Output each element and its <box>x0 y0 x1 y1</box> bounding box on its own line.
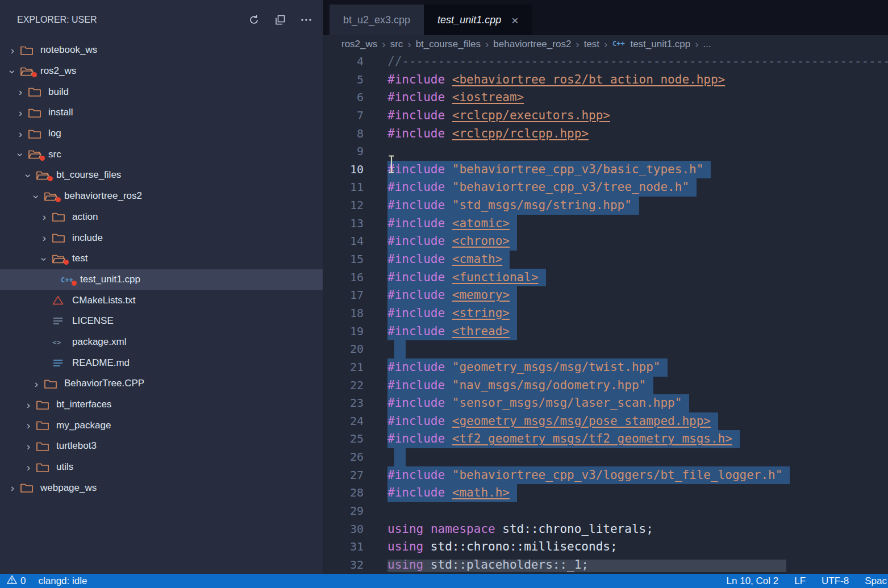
code-text: #include <chrono> <box>387 232 510 251</box>
tree-item-build[interactable]: ›build <box>0 81 323 102</box>
breadcrumb-item-test_unit1.cpp[interactable]: C++test_unit1.cpp <box>612 38 690 51</box>
problems-count: 0 <box>20 576 26 587</box>
code-line-29[interactable]: 29 <box>323 502 888 520</box>
status-indentation-selector[interactable]: Spac <box>865 576 887 587</box>
tree-item-my_package[interactable]: ›my_package <box>0 415 323 436</box>
tree-item-install[interactable]: ›install <box>0 102 323 123</box>
code-line-20[interactable]: 20 <box>323 340 888 358</box>
code-line-21[interactable]: 21#include "geometry_msgs/msg/twist.hpp" <box>323 358 888 377</box>
tree-item-utils[interactable]: ›utils <box>0 457 323 478</box>
line-number: 27 <box>323 466 364 485</box>
code-line-24[interactable]: 24#include <geometry_msgs/msg/pose_stamp… <box>323 412 888 431</box>
code-line-7[interactable]: 7#include <rclcpp/executors.hpp> <box>323 107 888 125</box>
tree-item-log[interactable]: ›log <box>0 123 323 144</box>
code-line-14[interactable]: 14#include <chrono> <box>323 232 888 251</box>
status-cursor-position[interactable]: Ln 10, Col 2 <box>727 576 779 587</box>
code-line-10[interactable]: 10#include "behaviortree_cpp_v3/basic_ty… <box>323 161 888 179</box>
code-line-17[interactable]: 17#include <memory> <box>323 286 888 305</box>
code-line-25[interactable]: 25#include <tf2_geometry_msgs/tf2_geomet… <box>323 430 888 448</box>
breadcrumb-item-behaviortree_ros2[interactable]: behaviortree_ros2 <box>493 39 571 50</box>
line-number: 17 <box>323 286 364 305</box>
code-line-13[interactable]: 13#include <atomic> <box>323 215 888 233</box>
tree-item-package.xml[interactable]: <>package.xml <box>0 332 323 353</box>
code-line-4[interactable]: 4//-------------------------------------… <box>323 53 888 71</box>
tree-item-webpage_ws[interactable]: ›webpage_ws <box>0 477 323 498</box>
editor-region: bt_u2_ex3.cpptest_unit1.cpp× ros2_ws›src… <box>323 0 888 574</box>
code-text: #include "behaviortree_cpp_v3/loggers/bt… <box>387 466 782 485</box>
code-line-11[interactable]: 11#include "behaviortree_cpp_v3/tree_nod… <box>323 178 888 197</box>
code-line-5[interactable]: 5#include <behaviortree_ros2/bt_action_n… <box>323 71 888 89</box>
code-line-15[interactable]: 15#include <cmath> <box>323 251 888 269</box>
tree-item-label: install <box>48 107 73 118</box>
code-line-22[interactable]: 22#include "nav_msgs/msg/odometry.hpp" <box>323 377 888 395</box>
breadcrumb-item-bt_course_files[interactable]: bt_course_files <box>416 39 481 50</box>
chevron-expanded-icon: › <box>15 149 26 161</box>
code-line-28[interactable]: 28#include <math.h> <box>323 484 888 502</box>
git-modified-dot <box>40 156 45 161</box>
close-icon[interactable]: × <box>511 14 518 26</box>
tree-item-behaviortree_ros2[interactable]: ›behaviortree_ros2 <box>0 186 323 207</box>
tree-item-bt_course_files[interactable]: ›bt_course_files <box>0 165 323 186</box>
code-text: #include <rclcpp/rclcpp.hpp> <box>387 125 589 143</box>
code-line-16[interactable]: 16#include <functional> <box>323 269 888 287</box>
breadcrumb-item-src[interactable]: src <box>390 39 403 50</box>
breadcrumb-item-...[interactable]: ... <box>703 39 711 50</box>
tree-item-test_unit1.cpp[interactable]: C++test_unit1.cpp <box>0 269 323 290</box>
tree-item-bt_interfaces[interactable]: ›bt_interfaces <box>0 394 323 415</box>
horizontal-scrollbar-thumb[interactable] <box>387 560 786 572</box>
code-text: #include <functional> <box>387 269 539 287</box>
tree-item-label: build <box>48 86 69 98</box>
tree-item-label: test <box>72 253 87 264</box>
code-line-30[interactable]: 30using namespace std::chrono_literals; <box>323 520 888 539</box>
tree-item-BehaviorTree.CPP[interactable]: ›BehaviorTree.CPP <box>0 373 323 394</box>
code-line-9[interactable]: 9 <box>323 143 888 161</box>
more-actions-icon[interactable] <box>300 14 312 26</box>
tree-item-include[interactable]: ›include <box>0 227 323 248</box>
line-number: 9 <box>323 143 364 161</box>
tree-item-notebook_ws[interactable]: ›notebook_ws <box>0 40 323 61</box>
code-line-27[interactable]: 27#include "behaviortree_cpp_v3/loggers/… <box>323 466 888 485</box>
breadcrumb-item-ros2_ws[interactable]: ros2_ws <box>341 39 377 50</box>
code-line-18[interactable]: 18#include <string> <box>323 305 888 323</box>
tab-bt_u2_ex3.cpp[interactable]: bt_u2_ex3.cpp <box>330 5 424 35</box>
tree-item-src[interactable]: ›src <box>0 144 323 165</box>
tree-item-CMakeLists.txt[interactable]: CMakeLists.txt <box>0 290 323 311</box>
code-line-6[interactable]: 6#include <iostream> <box>323 89 888 107</box>
status-clangd[interactable]: clangd: idle <box>38 576 87 587</box>
folder-icon <box>36 420 51 431</box>
tree-item-ros2_ws[interactable]: ›ros2_ws <box>0 61 323 82</box>
tree-item-README.md[interactable]: README.md <box>0 352 323 373</box>
code-line-26[interactable]: 26 <box>323 448 888 466</box>
git-modified-dot <box>32 72 37 77</box>
explorer-actions <box>248 14 312 26</box>
status-problems[interactable]: 0 <box>7 575 26 587</box>
code-text: #include "std_msgs/msg/string.hpp" <box>387 197 632 215</box>
code-line-31[interactable]: 31using std::chrono::milliseconds; <box>323 538 888 556</box>
code-line-19[interactable]: 19#include <thread> <box>323 323 888 341</box>
code-line-8[interactable]: 8#include <rclcpp/rclcpp.hpp> <box>323 125 888 143</box>
line-number: 19 <box>323 323 364 341</box>
line-number: 7 <box>323 107 364 125</box>
breadcrumb-item-test[interactable]: test <box>584 39 599 50</box>
tree-item-label: LICENSE <box>72 315 114 327</box>
chevron-collapsed-icon: › <box>15 128 26 139</box>
folder-icon <box>36 462 51 472</box>
status-encoding-selector[interactable]: UTF-8 <box>822 576 849 587</box>
code-area[interactable]: 4//-------------------------------------… <box>323 53 888 574</box>
code-line-23[interactable]: 23#include "sensor_msgs/msg/laser_scan.h… <box>323 394 888 412</box>
file-tree: ›notebook_ws›ros2_ws›build›install›log›s… <box>0 40 323 498</box>
refresh-icon[interactable] <box>248 14 260 26</box>
tree-item-test[interactable]: ›test <box>0 248 323 269</box>
tab-test_unit1.cpp[interactable]: test_unit1.cpp× <box>424 5 532 35</box>
status-eol-selector[interactable]: LF <box>794 576 806 587</box>
code-text: #include <iostream> <box>387 89 524 107</box>
tree-item-action[interactable]: ›action <box>0 207 323 228</box>
tree-item-LICENSE[interactable]: LICENSE <box>0 311 323 332</box>
tree-item-turtlebot3[interactable]: ›turtlebot3 <box>0 436 323 457</box>
code-line-12[interactable]: 12#include "std_msgs/msg/string.hpp" <box>323 197 888 215</box>
collapse-all-icon[interactable] <box>274 14 286 26</box>
code-text: #include <math.h> <box>387 484 510 502</box>
line-number: 29 <box>323 502 364 520</box>
line-number: 30 <box>323 520 364 539</box>
line-number: 14 <box>323 232 364 251</box>
